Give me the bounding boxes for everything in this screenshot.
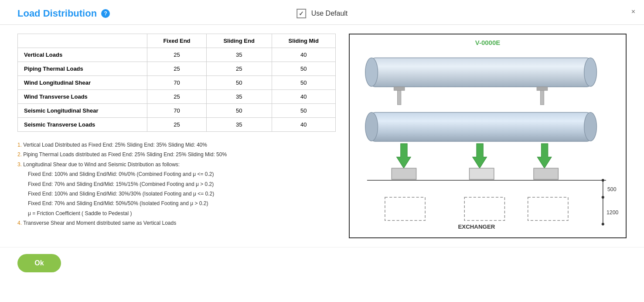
svg-point-18 [602,179,604,182]
col-header-sliding-end: Sliding End [206,34,272,48]
note-line: 2. Piping Thermal Loads distributed as F… [17,150,336,159]
svg-rect-24 [385,197,425,220]
left-panel: Fixed End Sliding End Sliding Mid Vertic… [17,34,336,238]
close-button[interactable]: × [631,8,635,16]
row-sliding-mid: 50 [272,104,335,118]
row-label: Wind Longitudinal Shear [18,76,147,90]
svg-rect-7 [371,112,590,141]
table-row: Piping Thermal Loads252550 [18,62,336,76]
svg-rect-15 [534,168,558,179]
note-line: Fixed End: 100% and Sliding End/Mid: 30%… [17,189,336,198]
svg-point-8 [365,112,378,141]
note-line: 1. Vertical Load Distributed as Fixed En… [17,141,336,149]
row-sliding-mid: 50 [272,76,335,90]
row-sliding-mid: 40 [272,90,335,104]
col-header-sliding-mid: Sliding Mid [272,34,335,48]
svg-rect-13 [392,168,416,179]
svg-point-2 [584,58,597,86]
svg-marker-11 [473,144,487,168]
table-row: Seismic Longitudinal Shear705050 [18,104,336,118]
note-line: 4. Transverse Shear and Moment distribut… [17,219,336,227]
main-content: Fixed End Sliding End Sliding Mid Vertic… [0,25,644,247]
row-fixed: 70 [147,76,207,90]
diagram-svg: 500 1200 EXCHANGER [354,50,621,233]
row-fixed: 25 [147,48,207,62]
svg-marker-10 [397,144,411,168]
note-line: 3. Longitudinal Shear due to Wind and Se… [17,160,336,169]
svg-text:EXCHANGER: EXCHANGER [458,223,495,230]
table-row: Wind Longitudinal Shear705050 [18,76,336,90]
row-sliding-end: 35 [206,48,272,62]
svg-rect-14 [470,168,494,179]
row-sliding-end: 50 [206,76,272,90]
table-row: Vertical Loads253540 [18,48,336,62]
row-sliding-mid: 50 [272,62,335,76]
row-sliding-mid: 40 [272,118,335,132]
use-default-checkbox[interactable]: ✓ [296,9,306,18]
distribution-table: Fixed End Sliding End Sliding Mid Vertic… [17,34,336,132]
svg-point-1 [365,58,378,86]
row-label: Wind Transverse Loads [18,90,147,104]
diagram-area: 500 1200 EXCHANGER [354,50,621,233]
table-row: Seismic Transverse Loads253540 [18,118,336,132]
use-default-label: Use Default [311,10,348,17]
col-header-empty [18,34,147,48]
notes-section: 1. Vertical Load Distributed as Fixed En… [17,141,336,228]
note-line: Fixed End: 70% and Sliding End/Mid: 50%/… [17,199,336,208]
svg-rect-4 [394,87,405,90]
svg-rect-6 [537,87,548,90]
svg-text:1200: 1200 [607,209,618,216]
note-line: Fixed End: 70% and Sliding End/Mid: 15%/… [17,180,336,189]
row-sliding-end: 50 [206,104,272,118]
use-default-area: ✓ Use Default [296,9,348,18]
row-fixed: 25 [147,90,207,104]
row-label: Vertical Loads [18,48,147,62]
svg-point-22 [602,223,604,225]
page-title: Load Distribution [17,8,97,19]
row-fixed: 25 [147,62,207,76]
note-line: Fixed End: 100% and Sliding End/Mid: 0%/… [17,170,336,178]
svg-point-9 [584,112,597,141]
diagram-title: V-0000E [354,39,621,46]
svg-text:500: 500 [607,186,617,192]
row-sliding-end: 35 [206,90,272,104]
help-icon[interactable]: ? [101,9,110,18]
dialog-header: Load Distribution ? ✓ Use Default × [0,0,644,25]
row-sliding-end: 25 [206,62,272,76]
note-line: μ = Friction Coefficient ( Saddle to Ped… [17,209,336,218]
row-fixed: 70 [147,104,207,118]
col-header-fixed-end: Fixed End [147,34,207,48]
row-fixed: 25 [147,118,207,132]
svg-marker-12 [537,144,552,168]
svg-rect-0 [371,58,590,87]
ok-button-area: Ok [0,247,644,279]
ok-button[interactable]: Ok [17,254,61,272]
row-sliding-mid: 40 [272,48,335,62]
row-label: Seismic Longitudinal Shear [18,104,147,118]
row-label: Piping Thermal Loads [18,62,147,76]
row-sliding-end: 35 [206,118,272,132]
diagram-panel: V-0000E [349,34,627,238]
table-row: Wind Transverse Loads253540 [18,90,336,104]
checkbox-check-icon: ✓ [299,10,304,17]
svg-rect-25 [464,197,504,220]
row-label: Seismic Transverse Loads [18,118,147,132]
svg-rect-26 [528,197,568,220]
